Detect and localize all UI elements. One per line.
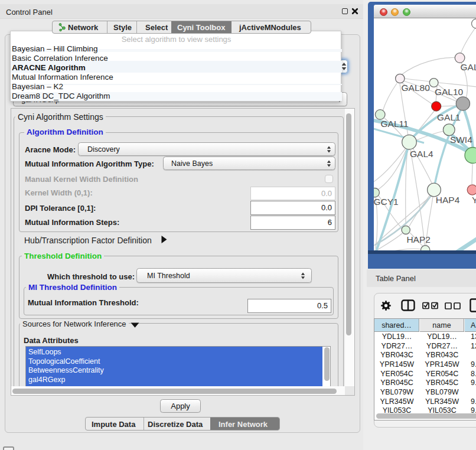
svg-text:SWI4: SWI4: [450, 135, 472, 145]
svg-text:HAP4: HAP4: [436, 195, 460, 205]
svg-text:HAP2: HAP2: [406, 234, 431, 244]
svg-text:GAL1: GAL1: [437, 112, 461, 122]
svg-text:GAL4: GAL4: [410, 149, 433, 159]
svg-text:GAL7: GAL7: [461, 62, 476, 72]
svg-text:GAL11: GAL11: [381, 119, 409, 129]
svg-text:GCY1: GCY1: [374, 197, 399, 207]
svg-text:GAL80: GAL80: [402, 83, 431, 93]
svg-text:Y: Y: [472, 195, 476, 205]
svg-text:GAL10: GAL10: [435, 87, 464, 97]
